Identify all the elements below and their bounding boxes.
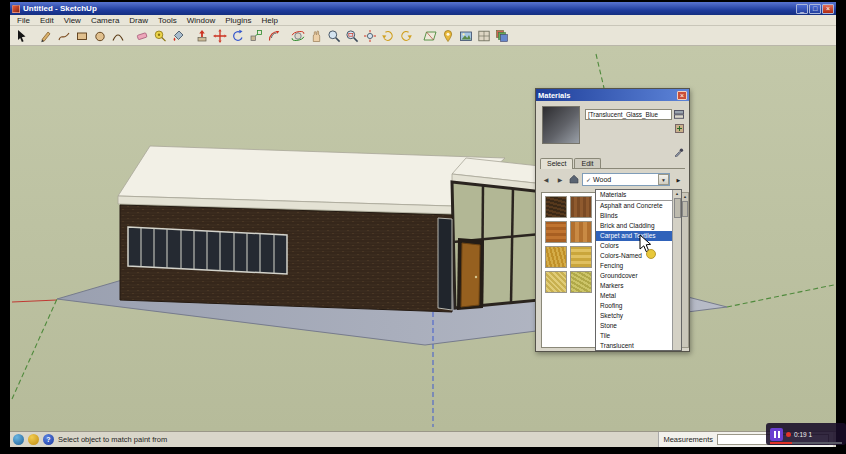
material-preview[interactable]	[542, 106, 580, 144]
material-thumbnail[interactable]	[545, 221, 567, 243]
select-tool-icon[interactable]	[13, 27, 30, 44]
dropdown-item[interactable]: Colors	[596, 241, 672, 251]
scroll-thumb[interactable]	[682, 201, 688, 217]
freehand-tool-icon[interactable]	[55, 27, 72, 44]
push-pull-tool-icon[interactable]	[193, 27, 210, 44]
title-bar[interactable]: Untitled - SketchUp _ □ ×	[10, 2, 836, 15]
combo-arrow-icon[interactable]: ▼	[658, 174, 669, 185]
move-tool-icon[interactable]	[211, 27, 228, 44]
pan-tool-icon[interactable]	[307, 27, 324, 44]
collections-dropdown-list: Materials Asphalt and Concrete Blinds Br…	[595, 189, 682, 351]
paint-bucket-tool-icon[interactable]	[169, 27, 186, 44]
dropdown-item[interactable]: Materials	[596, 190, 672, 201]
layers-tool-icon[interactable]	[493, 27, 510, 44]
dialog-close-icon[interactable]: ×	[677, 91, 687, 100]
zoom-extents-tool-icon[interactable]	[361, 27, 378, 44]
line-tool-icon[interactable]	[37, 27, 54, 44]
menu-plugins[interactable]: Plugins	[220, 16, 256, 25]
menu-help[interactable]: Help	[256, 16, 282, 25]
collections-nav-row: ◀ ▶ ✓ Wood ▼ ▶	[540, 173, 685, 186]
photo-textures-tool-icon[interactable]	[457, 27, 474, 44]
window-title: Untitled - SketchUp	[23, 4, 793, 13]
menu-tools[interactable]: Tools	[153, 16, 182, 25]
dropdown-item-selected[interactable]: Carpet and Textiles	[596, 231, 672, 241]
back-arrow-icon[interactable]: ◀	[540, 174, 552, 186]
menu-view[interactable]: View	[59, 16, 86, 25]
viewport[interactable]: Materials × [Translucent_Glass_Blue Sele…	[10, 46, 836, 431]
dropdown-item[interactable]: Sketchy	[596, 311, 672, 321]
dropdown-item[interactable]: Groundcover	[596, 271, 672, 281]
section-plane-tool-icon[interactable]	[421, 27, 438, 44]
menu-file[interactable]: File	[12, 16, 35, 25]
dropdown-item[interactable]: Tile	[596, 331, 672, 341]
dropdown-item[interactable]: Fencing	[596, 261, 672, 271]
scroll-up-icon[interactable]: ▲	[683, 193, 687, 200]
tab-edit[interactable]: Edit	[574, 158, 600, 168]
house-model	[118, 146, 558, 312]
material-thumbnail[interactable]	[570, 196, 592, 218]
geolocation-icon[interactable]	[13, 434, 24, 445]
offset-tool-icon[interactable]	[265, 27, 282, 44]
previous-view-tool-icon[interactable]	[379, 27, 396, 44]
materials-dialog-titlebar[interactable]: Materials ×	[536, 89, 689, 101]
rotate-tool-icon[interactable]	[229, 27, 246, 44]
check-icon: ✓	[586, 176, 591, 183]
dropdown-item[interactable]: Metal	[596, 291, 672, 301]
dropdown-item[interactable]: Roofing	[596, 301, 672, 311]
material-thumbnail[interactable]	[545, 246, 567, 268]
menu-edit[interactable]: Edit	[35, 16, 59, 25]
tape-measure-tool-icon[interactable]	[151, 27, 168, 44]
scroll-up-icon[interactable]: ▲	[675, 190, 679, 197]
measurements-label: Measurements	[663, 435, 713, 444]
video-progress-bar[interactable]	[770, 442, 842, 444]
styles-tool-icon[interactable]	[475, 27, 492, 44]
circle-tool-icon[interactable]	[91, 27, 108, 44]
material-thumbnail[interactable]	[545, 196, 567, 218]
material-thumbnail[interactable]	[570, 221, 592, 243]
sketchup-window: Untitled - SketchUp _ □ × File Edit View…	[10, 2, 836, 447]
zoom-tool-icon[interactable]	[325, 27, 342, 44]
minimize-button[interactable]: _	[796, 4, 808, 14]
dropdown-item[interactable]: Stone	[596, 321, 672, 331]
orbit-tool-icon[interactable]	[289, 27, 306, 44]
help-icon[interactable]: ?	[43, 434, 54, 445]
zoom-window-tool-icon[interactable]	[343, 27, 360, 44]
dropdown-scrollbar[interactable]: ▲	[672, 190, 681, 350]
material-thumbnail[interactable]	[570, 246, 592, 268]
sketchup-logo-icon	[12, 5, 20, 13]
maximize-button[interactable]: □	[809, 4, 821, 14]
close-button[interactable]: ×	[822, 4, 834, 14]
rectangle-tool-icon[interactable]	[73, 27, 90, 44]
eraser-tool-icon[interactable]	[133, 27, 150, 44]
add-location-tool-icon[interactable]	[439, 27, 456, 44]
scene-canvas[interactable]	[10, 46, 836, 431]
dropdown-item[interactable]: Colors-Named	[596, 251, 672, 261]
material-thumbnail[interactable]	[545, 271, 567, 293]
pause-icon[interactable]	[770, 428, 783, 441]
dropdown-item[interactable]: Translucent	[596, 341, 672, 351]
next-view-tool-icon[interactable]	[397, 27, 414, 44]
tab-select[interactable]: Select	[540, 158, 573, 169]
scale-tool-icon[interactable]	[247, 27, 264, 44]
credits-icon[interactable]	[28, 434, 39, 445]
menu-bar: File Edit View Camera Draw Tools Window …	[10, 15, 836, 26]
details-arrow-icon[interactable]: ▶	[672, 174, 685, 186]
menu-draw[interactable]: Draw	[124, 16, 153, 25]
collection-dropdown[interactable]: ✓ Wood ▼	[582, 173, 670, 186]
dropdown-item[interactable]: Asphalt and Concrete	[596, 201, 672, 211]
video-player-controls: 0:19 1	[766, 423, 846, 445]
arc-tool-icon[interactable]	[109, 27, 126, 44]
dialog-scrollbar[interactable]: ▲	[681, 192, 689, 348]
dropdown-item[interactable]: Brick and Cladding	[596, 221, 672, 231]
dropdown-item[interactable]: Blinds	[596, 211, 672, 221]
forward-arrow-icon[interactable]: ▶	[554, 174, 566, 186]
tool-bar	[10, 26, 836, 46]
create-material-icon[interactable]	[675, 119, 684, 137]
dropdown-item[interactable]: Markers	[596, 281, 672, 291]
scroll-thumb[interactable]	[674, 198, 681, 218]
in-model-icon[interactable]	[568, 174, 580, 186]
menu-camera[interactable]: Camera	[86, 16, 124, 25]
material-name-field[interactable]: [Translucent_Glass_Blue	[585, 109, 672, 120]
material-thumbnail[interactable]	[570, 271, 592, 293]
menu-window[interactable]: Window	[182, 16, 220, 25]
